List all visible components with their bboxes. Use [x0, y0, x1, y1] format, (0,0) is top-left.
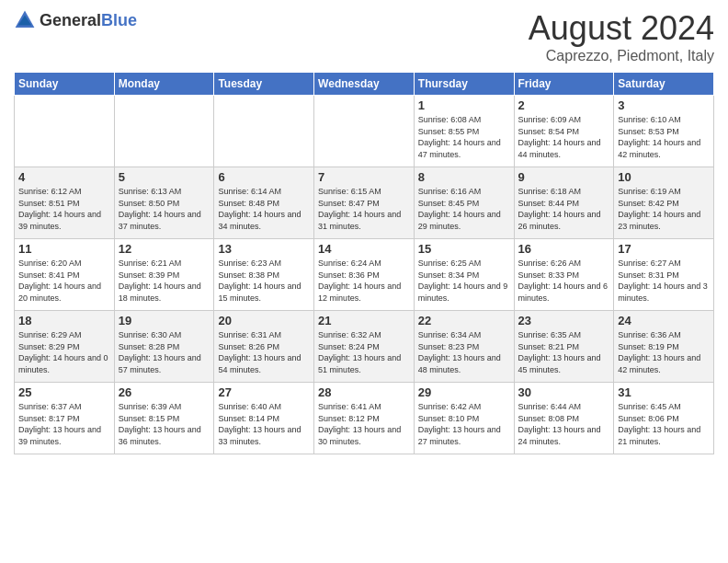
- col-tuesday: Tuesday: [214, 73, 314, 96]
- col-monday: Monday: [114, 73, 214, 96]
- day-info: Sunrise: 6:08 AM Sunset: 8:55 PM Dayligh…: [418, 114, 510, 160]
- calendar-cell-1-6: 10Sunrise: 6:19 AM Sunset: 8:42 PM Dayli…: [614, 167, 714, 239]
- day-info: Sunrise: 6:13 AM Sunset: 8:50 PM Dayligh…: [119, 186, 210, 232]
- calendar-cell-4-5: 30Sunrise: 6:44 AM Sunset: 8:08 PM Dayli…: [514, 383, 614, 454]
- day-info: Sunrise: 6:21 AM Sunset: 8:39 PM Dayligh…: [119, 258, 210, 304]
- day-number: 25: [18, 385, 110, 399]
- calendar-cell-0-5: 2Sunrise: 6:09 AM Sunset: 8:54 PM Daylig…: [514, 96, 614, 167]
- calendar-cell-3-0: 18Sunrise: 6:29 AM Sunset: 8:29 PM Dayli…: [15, 311, 115, 383]
- calendar-cell-0-2: [214, 96, 314, 167]
- day-number: 7: [318, 170, 410, 184]
- week-row-3: 11Sunrise: 6:20 AM Sunset: 8:41 PM Dayli…: [15, 239, 714, 311]
- calendar-cell-4-2: 27Sunrise: 6:40 AM Sunset: 8:14 PM Dayli…: [214, 383, 314, 454]
- day-info: Sunrise: 6:24 AM Sunset: 8:36 PM Dayligh…: [318, 258, 410, 304]
- day-info: Sunrise: 6:35 AM Sunset: 8:21 PM Dayligh…: [518, 329, 610, 375]
- day-info: Sunrise: 6:30 AM Sunset: 8:28 PM Dayligh…: [119, 329, 210, 375]
- day-number: 16: [518, 242, 610, 256]
- day-number: 10: [618, 170, 710, 184]
- day-info: Sunrise: 6:44 AM Sunset: 8:08 PM Dayligh…: [518, 401, 610, 447]
- calendar-cell-0-6: 3Sunrise: 6:10 AM Sunset: 8:53 PM Daylig…: [614, 96, 714, 167]
- day-number: 3: [618, 98, 710, 112]
- day-number: 17: [618, 242, 710, 256]
- day-number: 24: [618, 314, 710, 327]
- month-title: August 2024: [529, 9, 714, 48]
- day-number: 22: [418, 314, 510, 327]
- week-row-4: 18Sunrise: 6:29 AM Sunset: 8:29 PM Dayli…: [15, 311, 714, 383]
- calendar-cell-2-4: 15Sunrise: 6:25 AM Sunset: 8:34 PM Dayli…: [414, 239, 514, 311]
- location-title: Caprezzo, Piedmont, Italy: [529, 48, 714, 64]
- calendar-cell-1-3: 7Sunrise: 6:15 AM Sunset: 8:47 PM Daylig…: [314, 167, 415, 239]
- header-row: Sunday Monday Tuesday Wednesday Thursday…: [15, 73, 714, 96]
- day-number: 1: [418, 98, 510, 112]
- calendar-cell-4-0: 25Sunrise: 6:37 AM Sunset: 8:17 PM Dayli…: [15, 383, 115, 454]
- calendar-cell-2-1: 12Sunrise: 6:21 AM Sunset: 8:39 PM Dayli…: [114, 239, 214, 311]
- col-wednesday: Wednesday: [314, 73, 415, 96]
- calendar-cell-0-0: [15, 96, 115, 167]
- day-info: Sunrise: 6:40 AM Sunset: 8:14 PM Dayligh…: [218, 401, 310, 447]
- day-number: 28: [318, 385, 410, 399]
- calendar-cell-1-0: 4Sunrise: 6:12 AM Sunset: 8:51 PM Daylig…: [15, 167, 115, 239]
- day-info: Sunrise: 6:09 AM Sunset: 8:54 PM Dayligh…: [518, 114, 610, 160]
- page-container: GeneralBlue August 2024 Caprezzo, Piedmo…: [0, 0, 728, 464]
- calendar-cell-3-3: 21Sunrise: 6:32 AM Sunset: 8:24 PM Dayli…: [314, 311, 415, 383]
- day-info: Sunrise: 6:10 AM Sunset: 8:53 PM Dayligh…: [618, 114, 710, 160]
- day-info: Sunrise: 6:36 AM Sunset: 8:19 PM Dayligh…: [618, 329, 710, 375]
- header: GeneralBlue August 2024 Caprezzo, Piedmo…: [14, 9, 714, 64]
- day-number: 14: [318, 242, 410, 256]
- day-number: 2: [518, 98, 610, 112]
- calendar-table: Sunday Monday Tuesday Wednesday Thursday…: [14, 72, 714, 454]
- week-row-2: 4Sunrise: 6:12 AM Sunset: 8:51 PM Daylig…: [15, 167, 714, 239]
- day-number: 23: [518, 314, 610, 327]
- day-number: 9: [518, 170, 610, 184]
- calendar-cell-2-2: 13Sunrise: 6:23 AM Sunset: 8:38 PM Dayli…: [214, 239, 314, 311]
- col-thursday: Thursday: [414, 73, 514, 96]
- day-number: 20: [218, 314, 310, 327]
- day-info: Sunrise: 6:25 AM Sunset: 8:34 PM Dayligh…: [418, 258, 510, 304]
- day-number: 29: [418, 385, 510, 399]
- day-number: 4: [18, 170, 110, 184]
- day-number: 11: [18, 242, 110, 256]
- calendar-cell-1-5: 9Sunrise: 6:18 AM Sunset: 8:44 PM Daylig…: [514, 167, 614, 239]
- day-info: Sunrise: 6:42 AM Sunset: 8:10 PM Dayligh…: [418, 401, 510, 447]
- calendar-cell-3-2: 20Sunrise: 6:31 AM Sunset: 8:26 PM Dayli…: [214, 311, 314, 383]
- day-number: 26: [119, 385, 210, 399]
- day-info: Sunrise: 6:12 AM Sunset: 8:51 PM Dayligh…: [18, 186, 110, 232]
- calendar-cell-3-1: 19Sunrise: 6:30 AM Sunset: 8:28 PM Dayli…: [114, 311, 214, 383]
- day-info: Sunrise: 6:23 AM Sunset: 8:38 PM Dayligh…: [218, 258, 310, 304]
- calendar-cell-0-4: 1Sunrise: 6:08 AM Sunset: 8:55 PM Daylig…: [414, 96, 514, 167]
- day-number: 6: [218, 170, 310, 184]
- week-row-5: 25Sunrise: 6:37 AM Sunset: 8:17 PM Dayli…: [15, 383, 714, 454]
- day-info: Sunrise: 6:15 AM Sunset: 8:47 PM Dayligh…: [318, 186, 410, 232]
- calendar-cell-4-3: 28Sunrise: 6:41 AM Sunset: 8:12 PM Dayli…: [314, 383, 415, 454]
- day-number: 30: [518, 385, 610, 399]
- day-info: Sunrise: 6:26 AM Sunset: 8:33 PM Dayligh…: [518, 258, 610, 304]
- logo-text: GeneralBlue: [40, 11, 137, 30]
- day-info: Sunrise: 6:19 AM Sunset: 8:42 PM Dayligh…: [618, 186, 710, 232]
- day-info: Sunrise: 6:34 AM Sunset: 8:23 PM Dayligh…: [418, 329, 510, 375]
- day-info: Sunrise: 6:41 AM Sunset: 8:12 PM Dayligh…: [318, 401, 410, 447]
- calendar-cell-2-5: 16Sunrise: 6:26 AM Sunset: 8:33 PM Dayli…: [514, 239, 614, 311]
- calendar-cell-3-6: 24Sunrise: 6:36 AM Sunset: 8:19 PM Dayli…: [614, 311, 714, 383]
- calendar-cell-1-1: 5Sunrise: 6:13 AM Sunset: 8:50 PM Daylig…: [114, 167, 214, 239]
- title-area: August 2024 Caprezzo, Piedmont, Italy: [529, 9, 714, 64]
- day-number: 18: [18, 314, 110, 327]
- day-number: 15: [418, 242, 510, 256]
- day-info: Sunrise: 6:31 AM Sunset: 8:26 PM Dayligh…: [218, 329, 310, 375]
- calendar-cell-4-4: 29Sunrise: 6:42 AM Sunset: 8:10 PM Dayli…: [414, 383, 514, 454]
- day-info: Sunrise: 6:37 AM Sunset: 8:17 PM Dayligh…: [18, 401, 110, 447]
- day-number: 12: [119, 242, 210, 256]
- day-info: Sunrise: 6:32 AM Sunset: 8:24 PM Dayligh…: [318, 329, 410, 375]
- day-info: Sunrise: 6:14 AM Sunset: 8:48 PM Dayligh…: [218, 186, 310, 232]
- calendar-cell-2-0: 11Sunrise: 6:20 AM Sunset: 8:41 PM Dayli…: [15, 239, 115, 311]
- day-number: 21: [318, 314, 410, 327]
- calendar-cell-3-4: 22Sunrise: 6:34 AM Sunset: 8:23 PM Dayli…: [414, 311, 514, 383]
- day-info: Sunrise: 6:18 AM Sunset: 8:44 PM Dayligh…: [518, 186, 610, 232]
- logo: GeneralBlue: [14, 9, 137, 31]
- day-info: Sunrise: 6:29 AM Sunset: 8:29 PM Dayligh…: [18, 329, 110, 375]
- calendar-cell-1-2: 6Sunrise: 6:14 AM Sunset: 8:48 PM Daylig…: [214, 167, 314, 239]
- week-row-1: 1Sunrise: 6:08 AM Sunset: 8:55 PM Daylig…: [15, 96, 714, 167]
- calendar-cell-1-4: 8Sunrise: 6:16 AM Sunset: 8:45 PM Daylig…: [414, 167, 514, 239]
- day-number: 27: [218, 385, 310, 399]
- calendar-cell-2-3: 14Sunrise: 6:24 AM Sunset: 8:36 PM Dayli…: [314, 239, 415, 311]
- day-number: 8: [418, 170, 510, 184]
